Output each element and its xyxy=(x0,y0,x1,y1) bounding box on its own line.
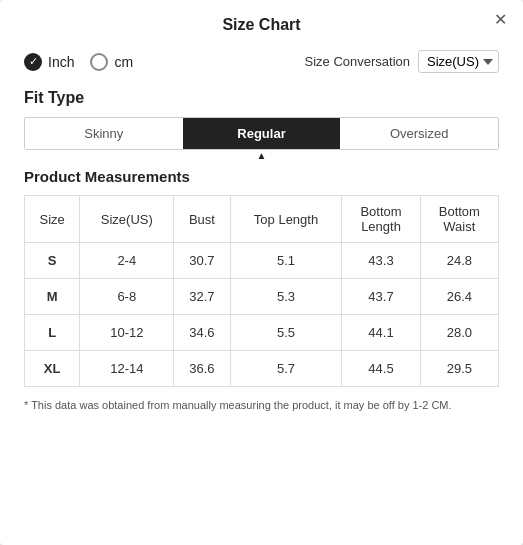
tab-oversized[interactable]: Oversized xyxy=(340,118,498,149)
cm-radio[interactable] xyxy=(90,53,108,71)
unit-options: Inch cm xyxy=(24,53,133,71)
table-row: M 6-8 32.7 5.3 43.7 26.4 xyxy=(25,279,499,315)
table-row: S 2-4 30.7 5.1 43.3 24.8 xyxy=(25,243,499,279)
col-bottom-length: BottomLength xyxy=(342,196,420,243)
cell-size-us: 6-8 xyxy=(80,279,174,315)
cell-bottom-waist: 24.8 xyxy=(420,243,498,279)
cell-bottom-length: 44.1 xyxy=(342,315,420,351)
col-size-us: Size(US) xyxy=(80,196,174,243)
product-measurements-label: Product Measurements xyxy=(24,168,499,185)
size-conversation-label: Size Conversation xyxy=(305,54,411,69)
cell-bust: 32.7 xyxy=(174,279,230,315)
cell-size: XL xyxy=(25,351,80,387)
cell-bust: 36.6 xyxy=(174,351,230,387)
inch-radio[interactable] xyxy=(24,53,42,71)
cell-size: L xyxy=(25,315,80,351)
size-conversation-select[interactable]: Size(US) Size(EU) Size(UK) xyxy=(418,50,499,73)
modal-title: Size Chart xyxy=(24,16,499,34)
cell-top-length: 5.7 xyxy=(230,351,342,387)
cell-size-us: 2-4 xyxy=(80,243,174,279)
size-chart-modal: ✕ Size Chart Inch cm Size Conversation S… xyxy=(0,0,523,545)
cell-size-us: 12-14 xyxy=(80,351,174,387)
cell-bottom-length: 43.7 xyxy=(342,279,420,315)
inch-option[interactable]: Inch xyxy=(24,53,74,71)
cell-bottom-waist: 29.5 xyxy=(420,351,498,387)
table-header-row: Size Size(US) Bust Top Length BottomLeng… xyxy=(25,196,499,243)
col-size: Size xyxy=(25,196,80,243)
fit-type-tabs: Skinny Regular Oversized xyxy=(24,117,499,150)
cell-size: S xyxy=(25,243,80,279)
size-conversation-container: Size Conversation Size(US) Size(EU) Size… xyxy=(305,50,500,73)
footer-note: * This data was obtained from manually m… xyxy=(24,399,499,411)
cm-option[interactable]: cm xyxy=(90,53,133,71)
tab-skinny[interactable]: Skinny xyxy=(25,118,183,149)
cell-bottom-length: 44.5 xyxy=(342,351,420,387)
unit-row: Inch cm Size Conversation Size(US) Size(… xyxy=(24,50,499,73)
col-bust: Bust xyxy=(174,196,230,243)
close-button[interactable]: ✕ xyxy=(494,12,507,28)
cell-bottom-waist: 28.0 xyxy=(420,315,498,351)
cell-top-length: 5.3 xyxy=(230,279,342,315)
cell-bust: 34.6 xyxy=(174,315,230,351)
cell-size: M xyxy=(25,279,80,315)
cell-bottom-length: 43.3 xyxy=(342,243,420,279)
table-row: XL 12-14 36.6 5.7 44.5 29.5 xyxy=(25,351,499,387)
tab-regular[interactable]: Regular xyxy=(183,118,341,149)
col-top-length: Top Length xyxy=(230,196,342,243)
cell-size-us: 10-12 xyxy=(80,315,174,351)
cell-top-length: 5.5 xyxy=(230,315,342,351)
col-bottom-waist: BottomWaist xyxy=(420,196,498,243)
cell-top-length: 5.1 xyxy=(230,243,342,279)
cell-bottom-waist: 26.4 xyxy=(420,279,498,315)
measurements-table: Size Size(US) Bust Top Length BottomLeng… xyxy=(24,195,499,387)
table-row: L 10-12 34.6 5.5 44.1 28.0 xyxy=(25,315,499,351)
inch-label: Inch xyxy=(48,54,74,70)
fit-type-label: Fit Type xyxy=(24,89,499,107)
cm-label: cm xyxy=(114,54,133,70)
cell-bust: 30.7 xyxy=(174,243,230,279)
